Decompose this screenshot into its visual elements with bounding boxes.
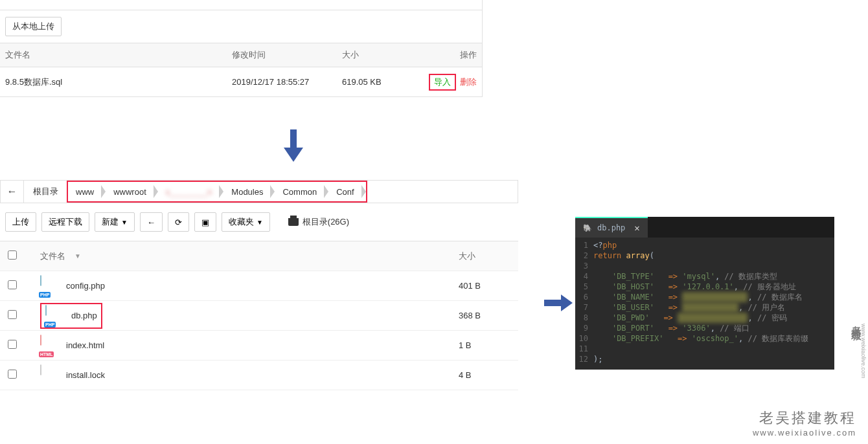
remote-download-button[interactable]: 远程下载 [41, 212, 89, 232]
sql-mtime: 2019/12/17 18:55:27 [232, 77, 342, 87]
code-editor: 🐘 db.php ✕ 123456789101112 <?phpreturn a… [575, 217, 834, 370]
disk-icon [288, 218, 299, 226]
arrow-right-icon [544, 294, 573, 311]
header-filename[interactable]: 文件名 [40, 250, 65, 262]
watermark-vertical: 老吴搭建教 [849, 317, 863, 324]
highlight-box: PHP db.php [40, 303, 102, 329]
breadcrumb-chain: www wwwroot s________n Modules Common Co… [67, 181, 367, 203]
file-name: index.html [66, 340, 104, 350]
watermark-vertical-url: www.weixiaolive.com [860, 324, 867, 379]
editor-tab[interactable]: 🐘 db.php ✕ [575, 217, 648, 238]
header-size[interactable]: 大小 [459, 250, 510, 262]
php-file-icon: PHP [40, 276, 58, 296]
editor-tabs: 🐘 db.php ✕ [575, 217, 834, 238]
col-size: 大小 [342, 49, 407, 61]
new-button[interactable]: 新建 ▼ [95, 212, 135, 232]
bc-www[interactable]: www [68, 182, 106, 201]
terminal-button[interactable]: ▣ [194, 212, 216, 232]
row-checkbox[interactable] [8, 370, 17, 379]
col-filename: 文件名 [5, 49, 232, 61]
delete-link[interactable]: 删除 [460, 76, 477, 88]
close-tab-icon[interactable]: ✕ [634, 223, 639, 233]
sql-filename: 9.8.5数据库.sql [5, 76, 232, 88]
disk-label: 根目录(26G) [303, 216, 349, 228]
back-button[interactable]: ← [1, 181, 24, 203]
arrow-down-icon [284, 129, 303, 162]
breadcrumb-root[interactable]: 根目录 [24, 181, 67, 203]
watermark-url: www.weixiaolive.com [753, 428, 856, 438]
upload-button[interactable]: 上传 [5, 212, 36, 232]
breadcrumb: ← 根目录 www wwwroot s________n Modules Com… [0, 180, 518, 203]
file-row[interactable]: PHP config.php 401 B [0, 271, 518, 301]
watermark-bottom: 老吴搭建教程 www.weixiaolive.com [753, 408, 856, 438]
sql-row: 9.8.5数据库.sql 2019/12/17 18:55:27 619.05 … [0, 67, 482, 97]
code-area[interactable]: <?phpreturn array( 'DB_TYPE' => 'mysql',… [593, 240, 834, 364]
import-link[interactable]: 导入 [429, 74, 456, 91]
file-row[interactable]: install.lock 4 B [0, 361, 518, 390]
elephant-icon: 🐘 [583, 224, 592, 232]
bc-common[interactable]: Common [275, 182, 328, 201]
col-ops: 操作 [407, 49, 477, 61]
file-name: config.php [66, 281, 105, 291]
toolbar-back-button[interactable]: ← [140, 212, 163, 232]
bc-wwwroot[interactable]: wwwroot [106, 182, 158, 201]
file-name: db.php [71, 311, 97, 320]
blank-file-icon [40, 365, 58, 386]
row-checkbox[interactable] [8, 310, 17, 319]
file-size: 4 B [459, 370, 510, 380]
bc-domain[interactable]: s________n [158, 182, 224, 201]
refresh-button[interactable]: ⟳ [168, 212, 189, 232]
file-name: install.lock [66, 370, 105, 380]
caret-down-icon: ▼ [257, 219, 263, 226]
row-checkbox[interactable] [8, 280, 17, 289]
tab-filename: db.php [597, 223, 625, 232]
sql-table-header: 文件名 修改时间 大小 操作 [0, 43, 482, 67]
file-size: 401 B [459, 281, 510, 291]
bc-modules[interactable]: Modules [223, 182, 275, 201]
file-row[interactable]: HTML index.html 1 B [0, 331, 518, 361]
php-file-icon: PHP [45, 305, 63, 326]
upload-local-button[interactable]: 从本地上传 [5, 17, 62, 36]
svg-rect-0 [290, 129, 297, 149]
svg-marker-1 [284, 148, 303, 162]
file-row[interactable]: PHP db.php 368 B [0, 301, 518, 331]
svg-marker-3 [561, 294, 573, 311]
watermark-cn: 老吴搭建教程 [753, 408, 856, 428]
caret-down-icon: ▼ [121, 219, 128, 226]
row-checkbox[interactable] [8, 340, 17, 349]
sql-size: 619.05 KB [342, 77, 407, 87]
file-size: 368 B [459, 311, 510, 320]
bc-conf[interactable]: Conf [328, 182, 365, 201]
file-size: 1 B [459, 340, 510, 350]
favorites-button[interactable]: 收藏夹 ▼ [222, 212, 270, 232]
select-all-checkbox[interactable] [8, 250, 17, 260]
file-header: 文件名▼ 大小 [0, 241, 518, 271]
toolbar: 上传 远程下载 新建 ▼ ← ⟳ ▣ 收藏夹 ▼ 根目录(26G) [0, 203, 518, 241]
html-file-icon: HTML [40, 335, 58, 356]
svg-rect-2 [544, 300, 562, 306]
disk-info: 根目录(26G) [288, 216, 349, 228]
sort-caret-icon: ▼ [74, 252, 81, 260]
col-mtime: 修改时间 [232, 49, 342, 61]
line-gutter: 123456789101112 [575, 240, 593, 364]
